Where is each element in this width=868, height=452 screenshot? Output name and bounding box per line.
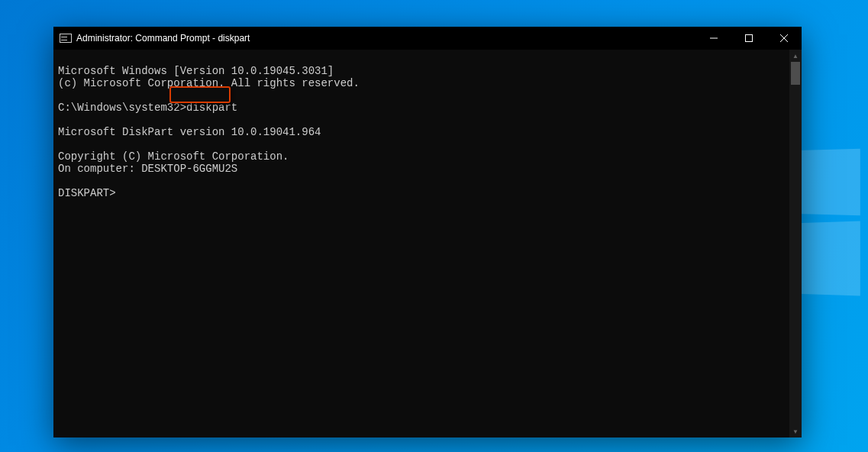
window-titlebar[interactable]: Administrator: Command Prompt - diskpart [53,27,802,50]
window-controls [696,27,802,50]
command-line: C:\Windows\system32>diskpart [58,102,237,114]
terminal-output[interactable]: Microsoft Windows [Version 10.0.19045.30… [53,50,802,437]
cmd-icon [60,34,72,43]
maximize-button[interactable] [731,27,766,50]
output-line: On computer: DESKTOP-6GGMU2S [58,163,237,175]
scrollbar-thumb[interactable] [791,62,800,85]
vertical-scrollbar[interactable]: ▲ ▼ [789,50,802,437]
output-line: Microsoft DiskPart version 10.0.19041.96… [58,126,321,138]
output-line: (c) Microsoft Corporation. All rights re… [58,77,360,89]
output-line: Copyright (C) Microsoft Corporation. [58,150,289,163]
scroll-down-arrow-icon[interactable]: ▼ [789,425,802,437]
output-line: Microsoft Windows [Version 10.0.19045.30… [58,65,334,77]
command-prompt-window: Administrator: Command Prompt - diskpart… [53,27,802,437]
window-title: Administrator: Command Prompt - diskpart [76,33,696,44]
scroll-up-arrow-icon[interactable]: ▲ [789,50,802,62]
svg-rect-1 [746,35,753,42]
diskpart-prompt: DISKPART> [58,187,116,199]
minimize-button[interactable] [696,27,731,50]
close-button[interactable] [766,27,802,50]
